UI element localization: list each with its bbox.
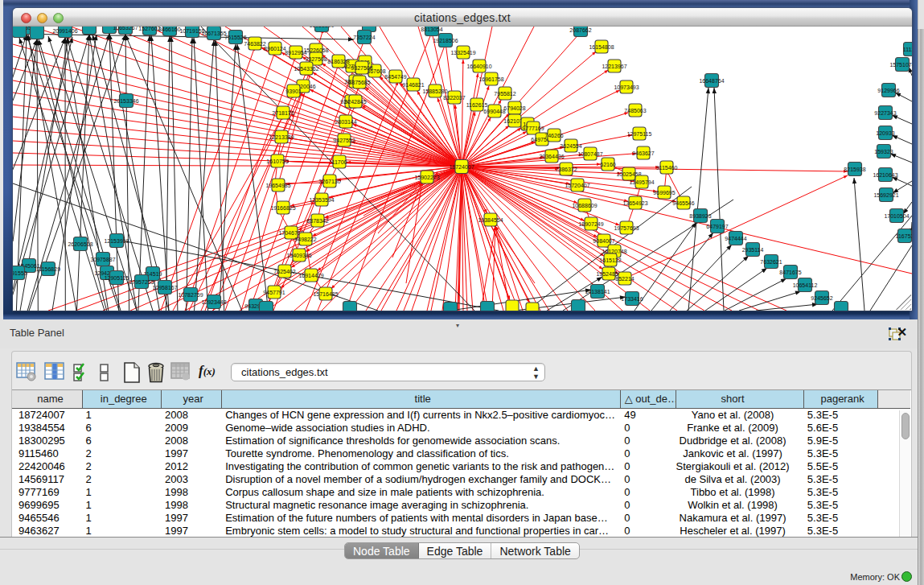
svg-text:12923448: 12923448 [201,299,226,305]
svg-text:15720407: 15720407 [565,183,589,188]
svg-text:10782759: 10782759 [178,292,203,298]
svg-text:13495794: 13495794 [629,179,654,185]
svg-text:10958167: 10958167 [152,285,177,290]
svg-text:10654112: 10654112 [793,282,818,288]
svg-text:20153346: 20153346 [113,98,138,104]
svg-text:9474444: 9474444 [725,236,746,241]
svg-text:3267130: 3267130 [318,179,340,184]
svg-text:9327508: 9327508 [351,65,372,71]
svg-text:17010504: 17010504 [884,213,909,219]
svg-text:3624554: 3624554 [560,143,581,149]
svg-text:1162615: 1162615 [466,102,488,108]
svg-text:26206518: 26206518 [68,241,92,247]
svg-text:9457791: 9457791 [263,290,285,295]
svg-text:16640910: 16640910 [466,64,491,69]
svg-text:12153918: 12153918 [104,238,129,244]
svg-text:12353594: 12353594 [309,197,334,203]
svg-text:9115460: 9115460 [656,165,678,171]
svg-text:16154808: 16154808 [589,44,614,50]
svg-text:15692921: 15692921 [873,192,898,198]
svg-text:9129966: 9129966 [877,88,899,93]
svg-text:7625402: 7625402 [273,269,295,274]
svg-text:15409346: 15409346 [286,253,311,258]
svg-text:8813054: 8813054 [421,27,442,32]
svg-text:11700: 11700 [332,159,347,165]
svg-text:10807487: 10807487 [577,151,602,157]
svg-text:20364436: 20364436 [539,154,564,159]
svg-text:8471675: 8471675 [779,270,801,275]
svg-text:7463822: 7463822 [244,41,265,47]
svg-text:391553: 391553 [13,270,27,276]
svg-text:9777169: 9777169 [522,126,544,131]
svg-text:10973493: 10973493 [614,84,639,90]
svg-text:17957255: 17957255 [129,279,154,285]
svg-text:14138141: 14138141 [585,289,610,295]
svg-text:15751074: 15751074 [889,62,912,68]
svg-text:7955812: 7955812 [494,91,515,97]
svg-text:9463627: 9463627 [632,150,654,156]
svg-text:15902273: 15902273 [414,175,439,180]
svg-text:9242845: 9242845 [344,99,366,105]
svg-text:8960124: 8960124 [264,46,285,51]
svg-text:2718176: 2718176 [272,110,294,116]
svg-text:6794028: 6794028 [503,105,525,111]
svg-text:9699695: 9699695 [653,190,675,196]
svg-text:62160: 62160 [600,162,616,167]
svg-text:2087662: 2087662 [569,27,591,33]
svg-text:1615132: 1615132 [599,257,621,263]
svg-text:13325419: 13325419 [450,50,475,56]
svg-text:12213389: 12213389 [269,134,294,140]
svg-text:8322037: 8322037 [443,95,465,101]
svg-text:7515526: 7515526 [224,35,246,40]
svg-text:7485063: 7485063 [624,108,646,113]
svg-text:7386372: 7386372 [555,167,577,172]
svg-text:8878342: 8878342 [306,218,328,224]
svg-text:10543362: 10543362 [294,66,318,72]
svg-text:116753: 116753 [896,233,912,239]
svg-text:93901: 93901 [285,89,302,94]
svg-text:15716485: 15716485 [313,291,338,297]
svg-text:9084007: 9084007 [593,238,614,244]
svg-text:1527602: 1527602 [138,27,160,31]
svg-text:19757693: 19757693 [614,225,639,231]
svg-text:120933: 120933 [876,130,894,136]
svg-text:11156829: 11156829 [36,266,60,272]
svg-text:2935114: 2935114 [742,247,764,253]
svg-text:9427552: 9427552 [333,138,355,143]
svg-text:16961758: 16961758 [478,76,503,82]
svg-text:16210643: 16210643 [873,172,897,178]
svg-text:8466160: 8466160 [158,27,180,32]
svg-text:16671355: 16671355 [201,31,226,36]
svg-text:12905115: 12905115 [105,275,129,281]
svg-text:8215938: 8215938 [844,167,865,172]
svg-text:9146821: 9146821 [402,82,424,88]
svg-text:159323: 159323 [874,149,893,154]
svg-text:6479197: 6479197 [706,224,728,229]
svg-text:16053809: 16053809 [309,27,334,28]
svg-text:9327508: 9327508 [305,56,326,62]
svg-text:1610755: 1610755 [266,159,288,164]
svg-text:19218506: 19218506 [433,38,458,43]
svg-text:9465546: 9465546 [672,200,694,206]
svg-text:12975115: 12975115 [627,131,652,137]
svg-text:18907249: 18907249 [578,221,603,227]
svg-text:16120748: 16120748 [602,249,626,254]
svg-text:10688609: 10688609 [572,203,597,208]
svg-text:11123: 11123 [903,47,912,52]
svg-text:746266: 746266 [544,133,563,138]
svg-text:2803144: 2803144 [335,119,356,125]
svg-text:16648764: 16648764 [699,78,724,84]
svg-text:9227343: 9227343 [874,110,896,116]
svg-text:16914479: 16914479 [298,273,323,278]
svg-text:19384554: 19384554 [478,217,503,223]
svg-text:19654985: 19654985 [265,183,290,188]
svg-text:12213967: 12213967 [602,64,626,69]
svg-text:20991406: 20991406 [52,28,77,34]
svg-text:8454749: 8454749 [384,74,406,80]
svg-text:1733416: 1733416 [621,296,643,302]
svg-text:3875685: 3875685 [348,80,370,85]
svg-text:8938923: 8938923 [689,213,711,219]
svg-text:9245652: 9245652 [811,295,832,301]
svg-text:18724007: 18724007 [449,164,474,170]
svg-text:19166825: 19166825 [270,205,295,211]
